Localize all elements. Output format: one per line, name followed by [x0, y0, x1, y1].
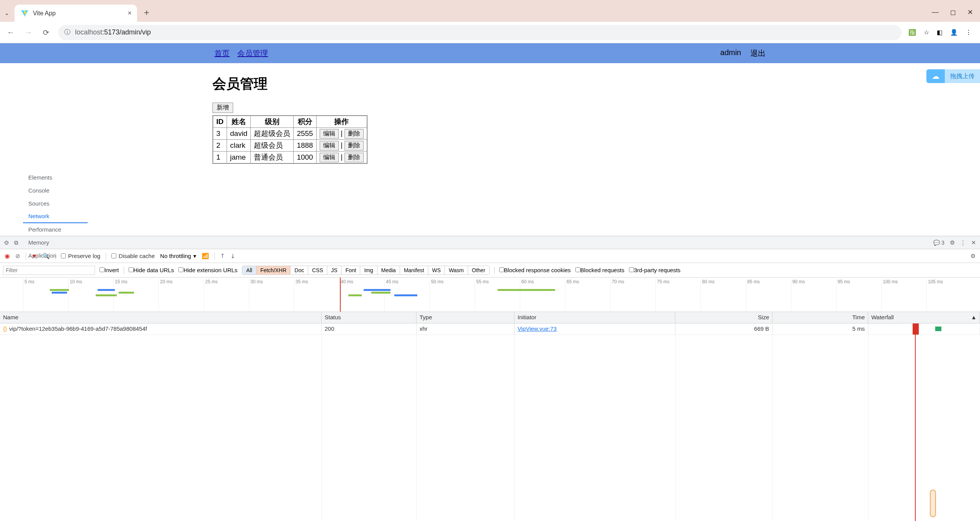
reload-icon[interactable]: ⟳: [41, 28, 51, 37]
network-settings-icon[interactable]: ⚙: [970, 253, 975, 260]
type-filter-chips: AllFetch/XHRDocCSSJSFontImgMediaManifest…: [242, 266, 489, 275]
cell-id: 2: [213, 140, 227, 152]
add-button[interactable]: 新增: [212, 103, 233, 113]
timeline-tick: 105 ms: [926, 279, 943, 314]
filter-chip-wasm[interactable]: Wasm: [445, 266, 468, 274]
timeline-tick: 70 ms: [610, 279, 624, 314]
delete-button[interactable]: 删除: [345, 153, 364, 162]
header-size[interactable]: Size: [675, 312, 773, 323]
devtools-tab-memory[interactable]: Memory: [23, 236, 88, 249]
drag-upload-pill[interactable]: ☁ 拖拽上传: [926, 69, 980, 83]
filter-chip-manifest[interactable]: Manifest: [400, 266, 428, 274]
timeline-bar: [119, 292, 134, 294]
edit-button[interactable]: 编辑: [320, 129, 339, 139]
devtools-tabs: ⯐ ⧉ ElementsConsoleSourcesNetworkPerform…: [0, 236, 980, 249]
timeline-bar: [98, 289, 115, 291]
devtools-tab-elements[interactable]: Elements: [23, 171, 88, 184]
header-time[interactable]: Time: [773, 312, 868, 323]
profile-icon[interactable]: 👤: [950, 29, 958, 36]
throttling-select[interactable]: No throttling ▾: [160, 253, 196, 260]
tab-close-icon[interactable]: ×: [127, 9, 132, 17]
browser-tab[interactable]: ⌄ Vite App ×: [15, 5, 137, 22]
vip-table: ID 姓名 级别 积分 操作 3david超超级会员2555编辑 | 删除2cl…: [212, 115, 368, 164]
network-filter-bar: Invert Hide data URLs Hide extension URL…: [0, 263, 980, 278]
chrome-menu-icon[interactable]: ⋮: [965, 29, 972, 36]
sidepanel-icon[interactable]: ◧: [937, 29, 942, 36]
filter-input[interactable]: [3, 266, 95, 275]
network-timeline[interactable]: 5 ms10 ms15 ms20 ms25 ms30 ms35 ms40 ms4…: [0, 278, 980, 312]
network-table-header: Name Status Type Initiator Size Time Wat…: [0, 312, 980, 323]
edit-button[interactable]: 编辑: [320, 153, 339, 162]
col-ops: 操作: [316, 116, 367, 128]
filter-chip-ws[interactable]: WS: [428, 266, 445, 274]
cell-points: 1888: [294, 140, 316, 152]
header-status[interactable]: Status: [322, 312, 416, 323]
record-icon[interactable]: ◉: [5, 252, 10, 260]
export-har-icon[interactable]: ⤓: [230, 253, 235, 260]
devtools-tab-sources[interactable]: Sources: [23, 197, 88, 210]
devtools-close-icon[interactable]: ✕: [971, 239, 976, 246]
hide-data-urls-checkbox[interactable]: Hide data URLs: [129, 267, 174, 273]
preserve-log-checkbox[interactable]: Preserve log: [61, 253, 100, 259]
filter-chip-css[interactable]: CSS: [308, 266, 327, 274]
edit-button[interactable]: 编辑: [320, 141, 339, 150]
header-initiator[interactable]: Initiator: [514, 312, 675, 323]
network-request-row[interactable]: {}vip/?token=12eb35ab-96b9-4169-a5d7-785…: [0, 323, 980, 335]
url-field[interactable]: ⓘ localhost:5173/admin/vip: [58, 25, 902, 40]
minimize-icon[interactable]: —: [932, 8, 939, 16]
delete-button[interactable]: 删除: [345, 141, 364, 150]
invert-checkbox[interactable]: Invert: [100, 267, 119, 273]
cloud-upload-icon: ☁: [932, 72, 939, 81]
filter-chip-js[interactable]: JS: [327, 266, 341, 274]
devtools-tab-console[interactable]: Console: [23, 184, 88, 197]
nav-home-link[interactable]: 首页: [214, 48, 230, 59]
filter-chip-img[interactable]: Img: [360, 266, 377, 274]
filter-chip-font[interactable]: Font: [341, 266, 360, 274]
device-toggle-icon[interactable]: ⧉: [14, 239, 18, 246]
blocked-requests-checkbox[interactable]: Blocked requests: [575, 267, 624, 273]
devtools-settings-icon[interactable]: ⚙: [950, 239, 955, 246]
header-name[interactable]: Name: [0, 312, 322, 323]
search-icon[interactable]: 🔍: [42, 253, 50, 260]
cell-ops: 编辑 | 删除: [316, 128, 367, 140]
filter-chip-media[interactable]: Media: [377, 266, 400, 274]
filter-toggle-icon[interactable]: ▼: [31, 253, 37, 259]
filter-chip-doc[interactable]: Doc: [291, 266, 308, 274]
maximize-icon[interactable]: ◻: [950, 8, 956, 16]
inspect-icon[interactable]: ⯐: [4, 239, 10, 246]
filter-chip-all[interactable]: All: [242, 266, 256, 274]
new-tab-button[interactable]: +: [144, 7, 149, 18]
tab-dropdown-icon[interactable]: ⌄: [5, 10, 9, 16]
import-har-icon[interactable]: ⤒: [220, 253, 225, 260]
back-icon[interactable]: ←: [5, 28, 16, 37]
third-party-checkbox[interactable]: 3rd-party requests: [629, 267, 681, 273]
cell-points: 2555: [294, 128, 316, 140]
timeline-bar: [50, 289, 69, 291]
bookmark-icon[interactable]: ☆: [924, 29, 929, 36]
nav-logout[interactable]: 退出: [750, 48, 766, 59]
disable-cache-checkbox[interactable]: Disable cache: [111, 253, 155, 259]
translate-icon[interactable]: 🈯: [908, 29, 916, 36]
nav-username: admin: [720, 48, 741, 59]
delete-button[interactable]: 删除: [345, 129, 364, 139]
clear-icon[interactable]: ⊘: [15, 253, 20, 260]
devtools-tab-performance[interactable]: Performance: [23, 223, 88, 236]
filter-chip-fetch-xhr[interactable]: Fetch/XHR: [256, 266, 291, 274]
filter-chip-other[interactable]: Other: [468, 266, 489, 274]
issues-badge[interactable]: 💬3: [933, 240, 944, 246]
close-window-icon[interactable]: ✕: [967, 8, 973, 16]
timeline-tick: 35 ms: [294, 279, 308, 314]
network-toolbar: ◉ ⊘ ▼ 🔍 Preserve log Disable cache No th…: [0, 249, 980, 263]
devtools-menu-icon[interactable]: ⋮: [960, 239, 966, 246]
header-type[interactable]: Type: [416, 312, 514, 323]
site-info-icon[interactable]: ⓘ: [64, 28, 70, 36]
devtools-tab-network[interactable]: Network: [23, 210, 88, 223]
timeline-bar: [394, 294, 417, 296]
initiator-link[interactable]: VipView.vue:73: [518, 325, 557, 332]
forward-icon[interactable]: →: [23, 28, 34, 37]
blocked-cookies-checkbox[interactable]: Blocked response cookies: [499, 267, 571, 273]
hide-extension-urls-checkbox[interactable]: Hide extension URLs: [178, 267, 237, 273]
network-conditions-icon[interactable]: 📶: [202, 253, 209, 260]
nav-vip-link[interactable]: 会员管理: [237, 48, 268, 59]
header-waterfall[interactable]: Waterfall▲: [868, 312, 980, 323]
